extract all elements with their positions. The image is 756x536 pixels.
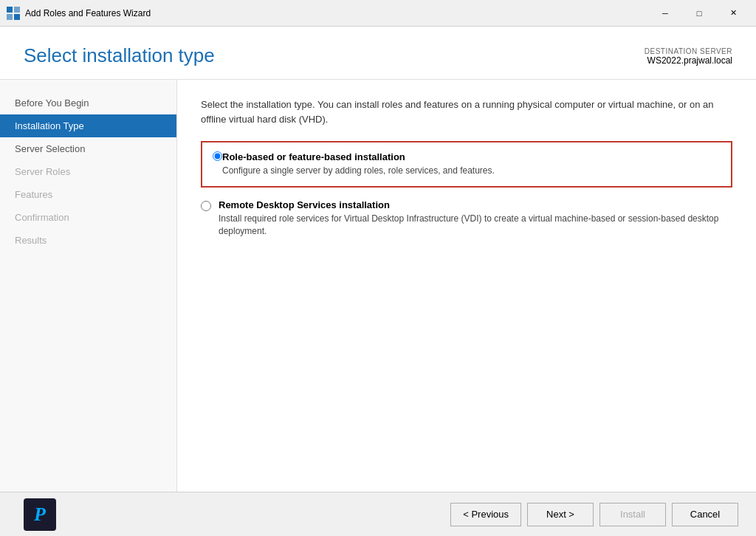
sidebar-item-confirmation: Confirmation	[0, 206, 176, 229]
cancel-button[interactable]: Cancel	[672, 503, 738, 526]
sidebar-item-before-you-begin[interactable]: Before You Begin	[0, 92, 176, 114]
close-button[interactable]: ✕	[716, 2, 750, 24]
role-based-option-inner: Role-based or feature-based installation…	[213, 151, 721, 177]
sidebar-item-server-selection[interactable]: Server Selection	[0, 137, 176, 160]
destination-server-info: DESTINATION SERVER WS2022.prajwal.local	[645, 47, 732, 66]
role-based-content: Role-based or feature-based installation…	[222, 151, 495, 177]
role-based-radio[interactable]	[213, 151, 222, 161]
remote-desktop-radio[interactable]	[201, 201, 211, 211]
server-name: WS2022.prajwal.local	[645, 55, 732, 66]
page-title: Select installation type	[24, 44, 215, 67]
content-area: Before You Begin Installation Type Serve…	[0, 80, 756, 492]
sidebar-item-results: Results	[0, 229, 176, 252]
role-based-option-box[interactable]: Role-based or feature-based installation…	[201, 141, 732, 188]
previous-button[interactable]: < Previous	[450, 503, 521, 526]
svg-rect-0	[7, 7, 13, 13]
remote-desktop-description: Install required role services for Virtu…	[219, 213, 732, 238]
maximize-button[interactable]: □	[682, 2, 716, 24]
window-header: Select installation type DESTINATION SER…	[0, 27, 756, 80]
description-text: Select the installation type. You can in…	[201, 97, 732, 126]
remote-desktop-label[interactable]: Remote Desktop Services installation	[219, 199, 390, 210]
destination-label: DESTINATION SERVER	[645, 47, 732, 55]
minimize-button[interactable]: ─	[648, 2, 682, 24]
remote-desktop-option[interactable]: Remote Desktop Services installation Ins…	[201, 199, 732, 238]
svg-rect-1	[14, 7, 20, 13]
next-button[interactable]: Next >	[527, 503, 594, 526]
main-content: Select the installation type. You can in…	[177, 80, 756, 492]
footer-left: P	[18, 498, 444, 531]
role-based-description: Configure a single server by adding role…	[222, 165, 495, 177]
remote-desktop-content: Remote Desktop Services installation Ins…	[219, 199, 732, 238]
prajwal-letter: P	[34, 504, 46, 526]
app-icon	[6, 6, 21, 21]
svg-rect-2	[7, 14, 13, 20]
sidebar-item-features: Features	[0, 183, 176, 206]
sidebar-item-installation-type[interactable]: Installation Type	[0, 114, 176, 137]
sidebar: Before You Begin Installation Type Serve…	[0, 80, 177, 492]
title-bar: Add Roles and Features Wizard ─ □ ✕	[0, 0, 756, 27]
sidebar-item-server-roles: Server Roles	[0, 160, 176, 183]
install-button: Install	[599, 503, 666, 526]
footer: P < Previous Next > Install Cancel	[0, 492, 756, 536]
window-controls: ─ □ ✕	[648, 2, 750, 24]
svg-rect-3	[14, 14, 20, 20]
role-based-label[interactable]: Role-based or feature-based installation	[222, 151, 405, 162]
window-title: Add Roles and Features Wizard	[25, 8, 648, 18]
prajwal-icon: P	[24, 498, 56, 531]
main-window: Select installation type DESTINATION SER…	[0, 27, 756, 536]
